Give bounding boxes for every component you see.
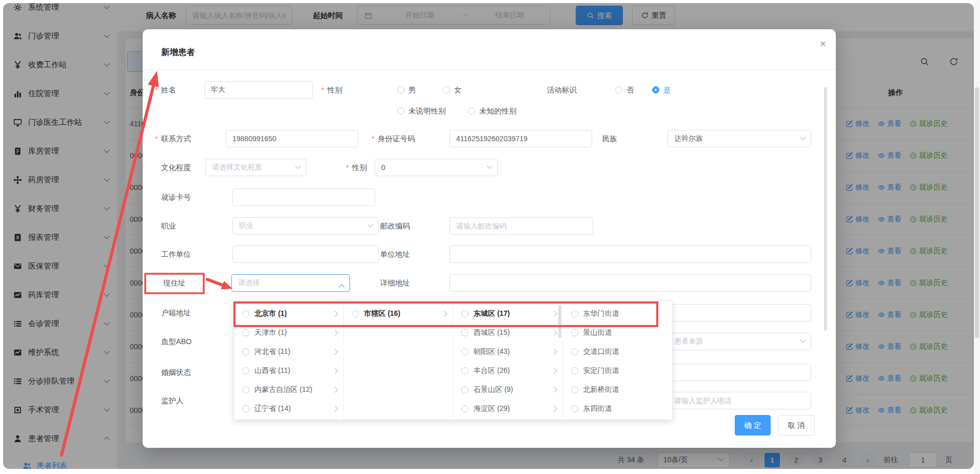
cascader-option-景山街道[interactable]: 景山街道 [563,323,673,342]
radio-icon[interactable] [571,310,578,317]
cascader-option-石景山区 (9)[interactable]: 石景山区 (9) [453,380,562,399]
cascader-option-海淀区 (29)[interactable]: 海淀区 (29) [453,399,562,418]
app-window: 系统管理门诊管理收费工作站住院管理门诊医生工作站库房管理药房管理财务管理报表管理… [3,3,974,469]
contact-label: 联系方式 [161,134,191,144]
cascader-option-东城区 (17)[interactable]: 东城区 (17) [453,304,562,323]
dialog-divider [143,69,836,70]
work-unit-label: 工作单位 [161,250,191,259]
radio-icon[interactable] [461,310,468,317]
radio-icon[interactable] [571,348,578,355]
radio-icon[interactable] [242,386,249,393]
cascader-option-丰台区 (26)[interactable]: 丰台区 (26) [453,361,562,380]
cascader-option-西城区 (15)[interactable]: 西城区 (15) [453,323,562,342]
cascader-option-山西省 (11)[interactable]: 山西省 (11) [234,361,343,380]
contact-input[interactable] [226,130,358,147]
cascader-option-市辖区 (16)[interactable]: 市辖区 (16) [344,304,453,323]
guardian-phone-input[interactable] [668,392,811,409]
radio-icon[interactable] [461,329,468,336]
cascader-column-1: 市辖区 (16) [344,301,454,420]
active-flag-radio-no-label[interactable]: 否 [626,85,634,95]
chevron-right-icon [551,311,557,316]
radio-icon[interactable] [571,405,578,412]
dialog-title: 新增患者 [161,47,195,58]
radio-icon[interactable] [571,386,578,393]
cascader-option-交道口街道[interactable]: 交道口街道 [563,342,673,361]
radio-icon[interactable] [242,329,249,336]
gender-radio-male[interactable] [397,86,404,93]
cascader-option-东四街道[interactable]: 东四街道 [563,399,673,418]
marital-label: 婚姻状态 [161,368,191,377]
chevron-right-icon [332,406,338,411]
patient-source-select[interactable]: 患者来源 [668,333,811,350]
chevron-up-icon [339,284,344,290]
gender-label: 性别 [327,85,342,95]
cascader-option-天津市 (1)[interactable]: 天津市 (1) [234,323,343,342]
gender-radio-unstated[interactable] [397,107,404,115]
radio-icon[interactable] [461,386,468,393]
chevron-down-icon [367,221,373,227]
gender-radio-male-label[interactable]: 男 [408,85,416,95]
radio-icon[interactable] [242,348,249,355]
cascader-option-河北省 (11)[interactable]: 河北省 (11) [234,342,343,361]
chevron-right-icon [551,330,557,335]
close-icon[interactable]: × [816,36,830,51]
postcode-input[interactable] [449,217,593,235]
gender-radio-unknown-label[interactable]: 未知的性别 [479,106,517,116]
card-no-input[interactable] [232,188,375,206]
page-scrollbar[interactable] [974,0,980,474]
marital-extra-input[interactable] [668,364,811,381]
radio-icon[interactable] [461,405,468,412]
radio-icon[interactable] [242,405,249,412]
page-scrollbar-thumb[interactable] [975,87,979,338]
education-select[interactable]: 请选择文化程度 [205,159,306,176]
id-number-label: 身份证号码 [378,134,415,144]
radio-icon[interactable] [242,310,249,317]
work-unit-input[interactable] [232,245,379,263]
cascader-option-朝阳区 (43)[interactable]: 朝阳区 (43) [453,342,562,361]
cancel-button[interactable]: 取 消 [778,415,815,435]
radio-icon[interactable] [461,367,468,374]
chevron-right-icon [551,406,557,411]
ethnicity-label: 民族 [602,134,617,144]
chevron-right-icon [551,368,557,373]
radio-icon[interactable] [571,329,578,336]
education-label: 文化程度 [161,163,191,173]
chevron-down-icon [800,134,806,140]
chevron-right-icon [332,330,338,335]
chevron-right-icon [332,387,338,392]
active-flag-radio-no[interactable] [615,86,622,93]
radio-icon[interactable] [352,310,359,317]
postcode-label: 邮政编码 [380,221,410,231]
active-flag-radio-yes-label[interactable]: 是 [663,85,671,95]
occupation-select[interactable]: 职业 [232,217,379,235]
address-cascader-dropdown: 北京市 (1)天津市 (1)河北省 (11)山西省 (11)内蒙古自治区 (12… [233,300,673,420]
cascader-scrollbar-thumb[interactable] [558,305,561,338]
confirm-button[interactable]: 确 定 [735,415,771,435]
current-address-cascader-select[interactable]: 请选择 [231,274,350,292]
gender-radio-female-label[interactable]: 女 [454,85,462,95]
name-input[interactable] [204,81,313,99]
gender-code-select[interactable]: 0 [375,159,498,176]
radio-icon[interactable] [461,348,468,355]
cascader-option-北新桥街道[interactable]: 北新桥街道 [563,380,673,399]
ethnicity-select[interactable]: 达斡尔族 [668,130,811,147]
gender-radio-female[interactable] [443,86,450,93]
cascader-option-安定门街道[interactable]: 安定门街道 [563,361,673,380]
cascader-option-东华门街道[interactable]: 东华门街道 [563,304,673,323]
registered-address-extra-input[interactable] [668,304,811,321]
detail-address-input[interactable] [449,274,811,292]
dialog-scrollbar-thumb[interactable] [824,87,827,331]
chevron-right-icon [332,349,338,354]
cascader-option-内蒙古自治区 (12)[interactable]: 内蒙古自治区 (12) [234,380,343,399]
radio-icon[interactable] [571,367,578,374]
gender-radio-unknown[interactable] [468,107,475,115]
radio-icon[interactable] [242,367,249,374]
active-flag-radio-yes[interactable] [652,86,659,93]
detail-address-label: 详细地址 [380,278,410,288]
active-flag-label: 活动标识 [547,85,577,95]
gender-radio-unstated-label[interactable]: 未说明性别 [408,106,446,116]
unit-address-input[interactable] [449,245,811,263]
cascader-option-辽宁省 (14)[interactable]: 辽宁省 (14) [234,399,343,418]
cascader-option-北京市 (1)[interactable]: 北京市 (1) [234,304,343,323]
id-number-input[interactable] [449,130,592,147]
